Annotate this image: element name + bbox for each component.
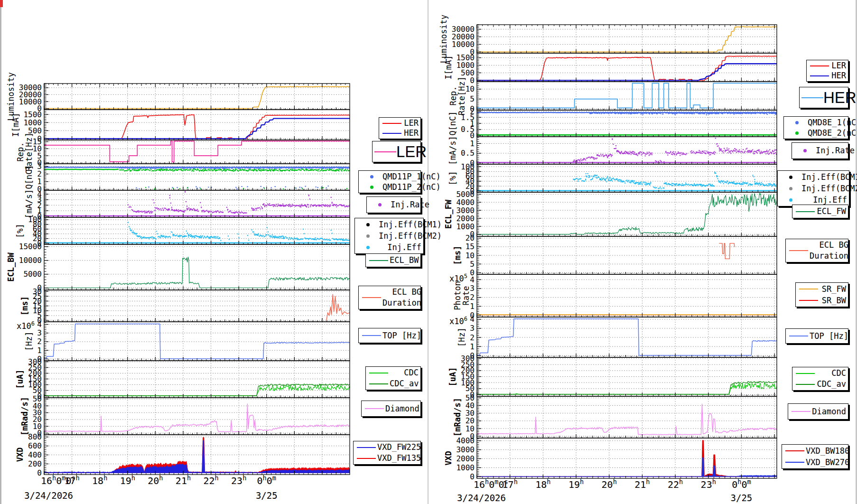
axis-multiplier: x106: [17, 320, 35, 331]
subplot-inj-eff: 020406080100[%]: [448, 162, 777, 196]
dot-marker-icon: [361, 186, 382, 189]
ytick-label: 4000: [456, 436, 475, 445]
legend-row: TOP [Hz]: [788, 329, 846, 343]
ylabel-cdc-current: [uA]: [15, 370, 25, 389]
xtick-label: 0h0m: [732, 478, 751, 490]
subplot-ecl-bg-duration: 051015202530[ms]: [20, 287, 350, 325]
legend-label: TOP [Hz]: [382, 331, 421, 341]
ylabel-inj-rate: [mA/s]: [24, 189, 34, 218]
line-marker-icon: [784, 450, 806, 451]
subplot-current: 050010001500I[mA]: [444, 53, 777, 85]
line-marker-icon: [809, 65, 830, 66]
line-marker-icon: [363, 408, 385, 409]
legend-row: ECL_BW: [368, 254, 419, 266]
ytick-label: 3: [37, 162, 42, 171]
ylabel-vxd: VXD: [444, 451, 453, 466]
series-LER: [477, 56, 777, 80]
legend-row: CDC: [794, 368, 846, 379]
line-marker-icon: [368, 260, 390, 261]
date-end-label: 3/25: [256, 490, 278, 501]
monitor-panel-right: 0100002000030000Luminosity050010001500I[…: [428, 0, 857, 504]
ytick-label: 10: [466, 251, 475, 260]
series-injrate-cloud: [573, 138, 777, 162]
ylabel-diamond: [mRad/s]: [20, 397, 29, 436]
legend-label: Duration: [382, 298, 421, 308]
series-TOP: [44, 324, 350, 359]
legend-label: Inj.Rate: [391, 200, 429, 210]
legend-label: LER: [396, 144, 427, 159]
line-marker-icon: [798, 289, 820, 289]
legend-label: VXD_FW135: [377, 453, 421, 463]
legend-label: Diamond: [385, 404, 419, 414]
ytick-label: 1000: [23, 118, 42, 127]
ylabel-cdc-current: [uA]: [448, 367, 457, 387]
ylabel-vxd: VXD: [15, 448, 25, 462]
axis-multiplier: x106: [449, 316, 467, 326]
subplot-top-rate: 01234[Hz]x106: [17, 320, 350, 364]
series-HER: [44, 119, 350, 139]
ylabel-ecl-bg-duration: [ms]: [20, 296, 29, 316]
x-axis-labels: 16h0m0s17h18h19h20h21h22h23h0h0m3/24/202…: [24, 474, 278, 501]
subplot-rep-rate: 0510Rep.Rate[Hz]: [448, 76, 777, 115]
legend-row: HER: [809, 71, 846, 81]
ylabel-rep-rate: Rate[Hz]: [457, 76, 466, 115]
ylabel-charge: Q[nC]: [24, 165, 34, 189]
subplot-diamond: 01020304050[mRad/s]: [20, 394, 350, 438]
ylabel-ecl-fw: ECL_FW: [444, 199, 453, 229]
xtick-label: 23h: [231, 474, 246, 486]
legend-row: QMD11P_2(nC): [361, 182, 419, 192]
ytick-label: 10000: [19, 256, 42, 265]
legend-row: TOP [Hz]: [361, 329, 419, 342]
ytick-label: 5000: [23, 270, 42, 279]
line-marker-icon: [368, 383, 390, 384]
subplot-vxd: 01000200030004000VXD: [444, 436, 777, 481]
legend-label: Inj.Rate: [816, 146, 855, 156]
legend-row: ECL BGDuration: [361, 287, 419, 308]
series-injeff-cloud: [573, 172, 777, 189]
ytick-label: 300: [28, 357, 42, 366]
legend-label: QMD8E_1(nC): [808, 118, 857, 128]
ytick-label: 20: [466, 416, 475, 425]
legend-row: Inj.Rate: [369, 197, 419, 212]
ytick-label: 15000: [19, 242, 42, 251]
ytick-label: 5: [470, 260, 475, 269]
line-marker-icon: [361, 335, 382, 336]
line-marker-icon: [381, 133, 403, 134]
legend-left-ecl-bw-legend: ECL_BW: [365, 253, 421, 267]
line-marker-icon: [355, 447, 377, 448]
legend-left-current-legend: LERHER: [379, 117, 421, 139]
dot-marker-icon: [786, 121, 808, 124]
series-LER-rep: [44, 141, 350, 162]
legend-row: VXD_BW270: [784, 457, 846, 468]
legend-left-ecl-bg-legend: ECL BGDuration: [358, 286, 421, 309]
legend-row: SR_BW: [798, 295, 846, 306]
series-HER-rep: [477, 83, 777, 108]
ytick-label: 30: [466, 409, 475, 418]
legend-label: VXD_BW270: [806, 457, 849, 467]
ytick-label: 2: [470, 333, 475, 342]
line-marker-icon: [788, 336, 810, 336]
ytick-label: 100: [28, 215, 42, 224]
series-ECL_BW: [44, 257, 350, 288]
ytick-label: 400: [28, 450, 42, 459]
xtick-label: 20h: [148, 474, 163, 486]
ytick-label: 30000: [19, 83, 42, 92]
ytick-label: 4: [37, 320, 42, 329]
ytick-label: 50: [466, 393, 475, 402]
xtick-label: 19h: [568, 478, 584, 490]
legend-row: LER: [809, 61, 846, 71]
date-start-label: 3/24/2026: [457, 493, 506, 503]
legend-label: HER: [403, 128, 419, 138]
subplot-luminosity: 0100002000030000Luminosity: [439, 15, 777, 63]
subplot-inj-eff: 020406080100[%]: [15, 215, 350, 248]
legend-row: Diamond: [363, 401, 419, 416]
subplot-charge: 0123Q[nC]: [24, 162, 350, 194]
xtick-label: 22h: [668, 478, 683, 490]
ytick-label: 3000: [456, 445, 475, 454]
ytick-label: 5: [470, 94, 475, 103]
legend-label: CDC: [390, 368, 419, 378]
ylabel-top-rate: [Hz]: [24, 332, 34, 351]
legend-row: Inj.Eff(BCM2): [780, 183, 847, 194]
legend-label: CDC: [816, 368, 846, 378]
ytick-label: 3: [37, 328, 42, 337]
